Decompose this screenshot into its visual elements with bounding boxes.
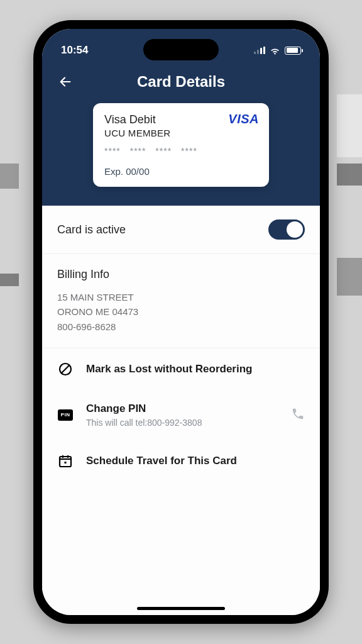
status-time: 10:54 <box>61 44 88 57</box>
prohibit-icon <box>57 361 74 377</box>
mark-lost-label: Mark as Lost without Reordering <box>86 363 305 375</box>
card-number-masked: **** **** **** **** <box>104 146 258 156</box>
billing-info-title: Billing Info <box>57 268 305 281</box>
page-title: Card Details <box>55 73 307 91</box>
card-active-row: Card is active <box>42 206 320 254</box>
battery-icon <box>285 47 301 55</box>
phone-icon <box>291 407 305 423</box>
billing-phone: 800-696-8628 <box>57 319 305 334</box>
wifi-icon <box>270 47 280 55</box>
content: Card is active Billing Info 15 MAIN STRE… <box>42 206 320 615</box>
phone-frame: 10:54 Card Details VISA Visa Debit UCU M… <box>33 20 329 624</box>
card-preview: VISA Visa Debit UCU MEMBER **** **** ***… <box>93 103 269 187</box>
schedule-travel-label: Schedule Travel for This Card <box>86 455 305 467</box>
calendar-icon <box>57 453 74 469</box>
home-indicator <box>137 607 225 610</box>
billing-address-line1: 15 MAIN STREET <box>57 290 305 304</box>
card-active-toggle[interactable] <box>268 219 305 240</box>
billing-info-section: Billing Info 15 MAIN STREET ORONO ME 044… <box>42 254 320 348</box>
card-expiry: Exp. 00/00 <box>104 166 258 177</box>
mark-lost-row[interactable]: Mark as Lost without Reordering <box>42 348 320 390</box>
cellular-icon <box>254 47 265 54</box>
pin-icon: PIN <box>57 407 74 423</box>
billing-address-line2: ORONO ME 04473 <box>57 304 305 319</box>
change-pin-label: Change PIN <box>86 402 278 415</box>
schedule-travel-row[interactable]: Schedule Travel for This Card <box>42 440 320 482</box>
change-pin-row[interactable]: PIN Change PIN This will call tel:800-99… <box>42 390 320 440</box>
change-pin-subtitle: This will call tel:800-992-3808 <box>86 418 278 428</box>
screen: 10:54 Card Details VISA Visa Debit UCU M… <box>42 29 320 615</box>
header: Card Details VISA Visa Debit UCU MEMBER … <box>42 63 320 206</box>
svg-line-1 <box>62 365 69 373</box>
svg-rect-6 <box>65 462 67 464</box>
dynamic-island <box>143 39 219 60</box>
card-active-label: Card is active <box>57 223 126 236</box>
card-holder-name: UCU MEMBER <box>104 128 258 138</box>
card-brand-logo: VISA <box>228 112 259 126</box>
toggle-knob <box>287 221 303 238</box>
